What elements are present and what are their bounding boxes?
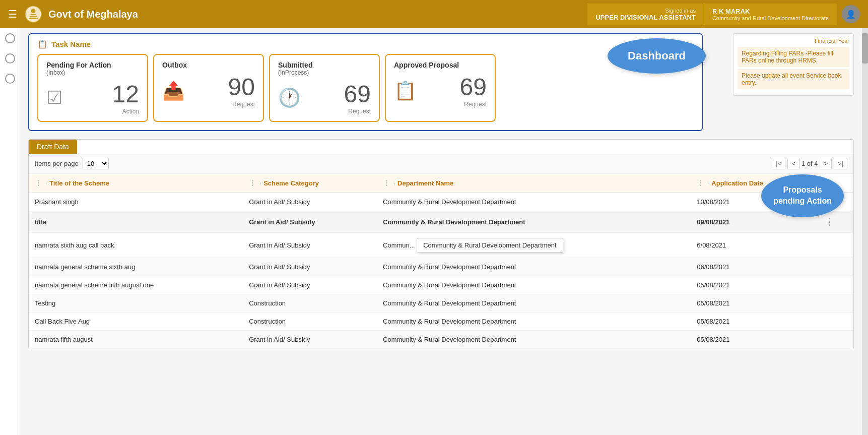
cell-department: Community & Rural Development Department [377,294,691,313]
sidebar-item-1[interactable] [5,33,15,43]
card-label: Request [344,108,371,115]
card-subtitle: (InProcess) [278,69,371,76]
cell-empty [819,331,853,349]
cell-empty [819,233,853,258]
cell-scheme: Grant in Aid/ Subsidy [243,211,377,233]
cell-empty [819,313,853,331]
sidebar [0,28,20,435]
card-icon: 📋 [394,80,417,101]
cell-date: 6/08/2021 [691,233,819,258]
cell-department: Community & Rural Development Department [377,331,691,349]
row-menu-icon[interactable]: ⋮ [825,217,834,227]
next-page-button[interactable]: > [820,158,832,169]
cell-scheme: Grant in Aid/ Subsidy [243,276,377,294]
sort-icon: ↑ [393,181,395,187]
card-2[interactable]: Submitted (InProcess) 🕐 69 Request [269,54,380,122]
dept-tooltip: Community & Rural Development Department [417,238,563,253]
signed-in-label: Signed in as [595,8,695,14]
scrollbar[interactable] [862,28,868,435]
cell-title: title [29,211,243,233]
cell-title: Testing [29,294,243,313]
draft-section: Draft Data Items per page 102550100 |< <… [28,139,854,349]
sort-icon: ↑ [45,181,47,187]
table-row: namrata general scheme fifth august oneG… [29,276,853,294]
card-label: Request [228,101,255,108]
notices-panel: Financial Year Regarding Filling PARs -P… [733,33,854,96]
col-menu-icon: ⋮ [35,179,42,187]
table-controls: Items per page 102550100 |< < 1 of 4 > >… [29,154,853,174]
cell-scheme: Grant in Aid/ Subsidy [243,193,377,211]
cell-scheme: Grant in Aid/ Subsidy [243,331,377,349]
pagination: |< < 1 of 4 > >| [772,158,847,169]
table-row: titleGrant in Aid/ SubsidyCommunity & Ru… [29,211,853,233]
scrollbar-thumb [862,33,868,64]
app-title: Govt of Meghalaya [48,9,587,20]
content-area: Dashboard 📋 Task Name Pending For Action… [20,28,862,435]
last-page-button[interactable]: >| [834,158,847,169]
card-count-group: 69 Request [460,73,487,108]
card-count: 90 [228,73,255,101]
card-3[interactable]: Approved Proposal 📋 69 Request [385,54,496,122]
card-count-group: 12 Action [112,80,139,115]
table-column-header[interactable]: ⋮↑Title of the Scheme [29,174,243,193]
table-column-header[interactable]: ⋮↑Scheme Category [243,174,377,193]
cell-department: Community & Rural Development Department [377,211,691,233]
cell-department: Commun... Community & Rural Development … [377,233,691,258]
notice-year: Financial Year [738,38,849,44]
table-container: ⋮↑Title of the Scheme⋮↑Scheme Category⋮↑… [29,174,853,349]
card-title: Outbox [162,61,255,69]
table-row: TestingConstructionCommunity & Rural Dev… [29,294,853,313]
cell-date: 05/08/2021 [691,294,819,313]
draft-tab[interactable]: Draft Data [29,140,77,154]
svg-rect-3 [30,16,37,17]
table-row: namrata general scheme sixth augGrant in… [29,258,853,276]
card-subtitle: (Inbox) [46,69,139,76]
card-label: Request [460,101,487,108]
svg-rect-4 [29,18,38,19]
pagination-info: 1 of 4 [802,160,818,167]
menu-icon[interactable]: ☰ [8,8,17,20]
col-menu-icon: ⋮ [697,179,704,187]
items-per-page-control: Items per page 102550100 [35,158,109,169]
cell-row-menu[interactable]: ⋮ [819,211,853,233]
items-per-page-select[interactable]: 102550100 [83,158,109,169]
sort-icon: ↑ [707,181,709,187]
data-table: ⋮↑Title of the Scheme⋮↑Scheme Category⋮↑… [29,174,853,349]
user-dept: Community and Rural Development Director… [712,15,829,21]
card-body: ☑ 12 Action [46,80,139,115]
cell-scheme: Construction [243,294,377,313]
card-count: 69 [460,73,487,101]
cell-title: Call Back Five Aug [29,313,243,331]
sidebar-item-3[interactable] [5,74,15,84]
table-row: Prashant singhGrant in Aid/ SubsidyCommu… [29,193,853,211]
card-icon: 📤 [162,80,185,101]
user-name: R K MARAK [712,8,829,15]
card-label: Action [112,108,139,115]
cell-date: 06/08/2021 [691,258,819,276]
prev-page-button[interactable]: < [787,158,799,169]
table-column-header[interactable]: ⋮↑Department Name [377,174,691,193]
user-name-block: R K MARAK Community and Rural Developmen… [704,4,837,25]
cell-date: 05/08/2021 [691,331,819,349]
col-menu-icon: ⋮ [383,179,390,187]
task-section: 📋 Task Name Pending For Action (Inbox) ☑… [28,33,703,131]
cell-date: 05/08/2021 [691,276,819,294]
card-icon: ☑ [46,87,62,108]
signed-in-block: Signed in as UPPER DIVISIONAL ASSISTANT [587,4,704,25]
cell-empty [819,258,853,276]
card-count: 69 [344,80,371,108]
card-0[interactable]: Pending For Action (Inbox) ☑ 12 Action [37,54,148,122]
card-body: 📋 69 Request [394,73,487,108]
sidebar-item-2[interactable] [5,53,15,64]
items-per-page-label: Items per page [35,160,79,167]
callout-proposals: Proposalspending Action [761,174,844,217]
card-1[interactable]: Outbox 📤 90 Request [153,54,264,122]
notice-item-0: Regarding Filling PARs -Please fill PARs… [738,47,849,67]
card-title: Approved Proposal [394,61,487,69]
callout-dashboard: Dashboard [608,38,706,74]
first-page-button[interactable]: |< [772,158,785,169]
svg-rect-2 [31,14,36,15]
table-row: namrata sixth aug call backGrant in Aid/… [29,233,853,258]
card-count-group: 90 Request [228,73,255,108]
cell-scheme: Grant in Aid/ Subsidy [243,233,377,258]
